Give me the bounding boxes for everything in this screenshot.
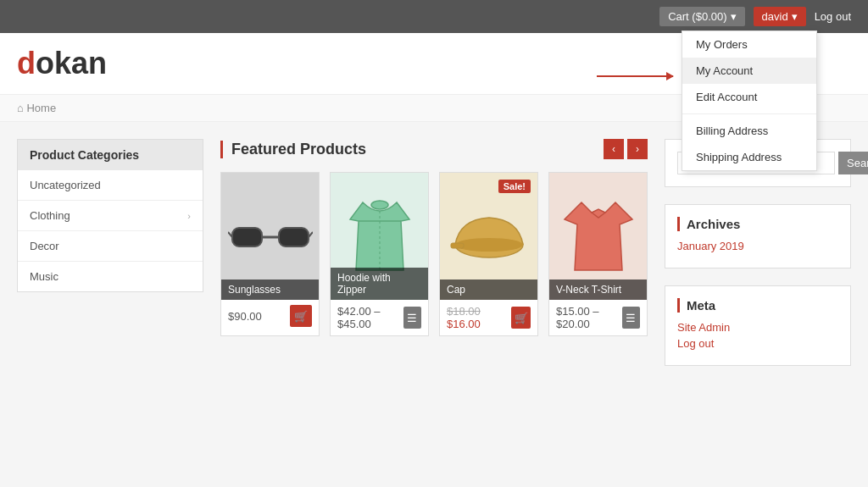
logo-d: d: [17, 46, 36, 80]
section-header: Featured Products ‹ ›: [220, 139, 648, 159]
right-sidebar: Search Archives January 2019 Meta Site A…: [665, 139, 851, 383]
product-image-sunglasses: Sunglasses: [221, 173, 319, 300]
dropdown-my-account[interactable]: My Account: [682, 58, 816, 84]
meta-title: Meta: [677, 298, 838, 313]
dropdown-my-orders[interactable]: My Orders: [682, 31, 816, 58]
top-bar: Cart ($0.00) ▾ david ▾ Log out My Orders…: [0, 0, 868, 33]
left-sidebar: Product Categories Uncategorized Clothin…: [17, 139, 203, 383]
archives-title: Archives: [677, 217, 838, 231]
product-card-cap: Sale! Cap $18.00 $16.00 🛒: [439, 172, 538, 336]
product-image-hoodie: Hoodie with Zipper: [331, 173, 428, 300]
product-price: $15.00 – $20.00: [556, 305, 622, 330]
svg-rect-1: [279, 228, 309, 246]
breadcrumb-home[interactable]: Home: [26, 102, 56, 114]
user-button[interactable]: david ▾: [754, 7, 806, 26]
product-price: $90.00: [228, 310, 262, 323]
next-arrow[interactable]: ›: [627, 139, 648, 159]
product-name-bar: V-Neck T-Shirt: [549, 279, 647, 300]
chevron-right-icon: ›: [187, 211, 191, 221]
product-grid: Sunglasses $90.00 🛒 Hoodie with Zippe: [220, 172, 648, 336]
sale-badge: Sale!: [498, 180, 531, 193]
old-price: $18.00: [447, 305, 481, 318]
user-dropdown: My Orders My Account Edit Account Billin…: [682, 30, 817, 171]
product-name-bar: Hoodie with Zipper: [331, 268, 428, 300]
product-footer: $18.00 $16.00 🛒: [440, 300, 537, 335]
cat-decor[interactable]: Decor: [18, 231, 203, 262]
new-price: $16.00: [447, 318, 481, 330]
logo-text: okan: [36, 46, 107, 80]
sunglasses-icon: [228, 194, 313, 279]
cat-music[interactable]: Music: [18, 262, 203, 291]
add-to-cart-button[interactable]: 🛒: [511, 307, 531, 329]
meta-widget: Meta Site Admin Log out: [665, 285, 851, 366]
svg-rect-0: [232, 228, 262, 246]
products-section: Featured Products ‹ › Sunglasses: [220, 139, 648, 383]
cart-label: Cart ($0.00): [668, 10, 726, 23]
view-options-button[interactable]: ☰: [403, 307, 421, 329]
dropdown-divider: [682, 113, 816, 114]
cap-icon: [447, 194, 531, 279]
featured-title: Featured Products: [220, 141, 366, 158]
user-chevron: ▾: [792, 10, 798, 23]
product-footer: $15.00 – $20.00 ☰: [549, 300, 647, 335]
hoodie-icon: [337, 194, 422, 279]
sidebar-widget-title: Product Categories: [18, 140, 203, 170]
dropdown-billing[interactable]: Billing Address: [682, 118, 816, 144]
search-button[interactable]: Search: [838, 152, 868, 174]
logout-button[interactable]: Log out: [815, 10, 851, 23]
nav-arrows: ‹ ›: [604, 139, 648, 159]
cart-chevron: ▾: [731, 10, 737, 23]
archives-widget: Archives January 2019: [665, 204, 851, 268]
product-card-tshirt: V-Neck T-Shirt $15.00 – $20.00 ☰: [548, 172, 648, 336]
product-footer: $90.00 🛒: [221, 300, 319, 332]
cat-uncategorized[interactable]: Uncategorized: [18, 170, 203, 201]
product-footer: $42.00 – $45.00 ☰: [331, 300, 428, 335]
add-to-cart-button[interactable]: 🛒: [290, 305, 312, 327]
product-name-bar: Cap: [440, 279, 537, 300]
home-icon: ⌂: [17, 102, 24, 114]
cat-clothing[interactable]: Clothing ›: [18, 201, 203, 231]
product-categories-widget: Product Categories Uncategorized Clothin…: [17, 139, 203, 292]
product-name-bar: Sunglasses: [221, 279, 319, 300]
view-options-button[interactable]: ☰: [622, 307, 640, 329]
product-image-tshirt: V-Neck T-Shirt: [549, 173, 647, 300]
svg-point-7: [455, 238, 523, 252]
archive-jan-2019[interactable]: January 2019: [677, 240, 838, 252]
product-card-sunglasses: Sunglasses $90.00 🛒: [220, 172, 320, 336]
site-admin-link[interactable]: Site Admin: [677, 321, 838, 334]
meta-logout-link[interactable]: Log out: [677, 337, 838, 350]
cart-button[interactable]: Cart ($0.00) ▾: [659, 7, 744, 26]
product-price: $18.00 $16.00: [447, 305, 511, 330]
product-card-hoodie: Hoodie with Zipper $42.00 – $45.00 ☰: [330, 172, 429, 336]
prev-arrow[interactable]: ‹: [604, 139, 624, 159]
product-price: $42.00 – $45.00: [337, 305, 403, 330]
dropdown-edit-account[interactable]: Edit Account: [682, 84, 816, 110]
svg-rect-8: [451, 243, 464, 248]
product-image-cap: Sale! Cap: [440, 173, 537, 300]
user-label: david: [762, 10, 788, 23]
dropdown-shipping[interactable]: Shipping Address: [682, 144, 816, 170]
tshirt-icon: [556, 194, 641, 279]
svg-point-5: [371, 201, 388, 209]
